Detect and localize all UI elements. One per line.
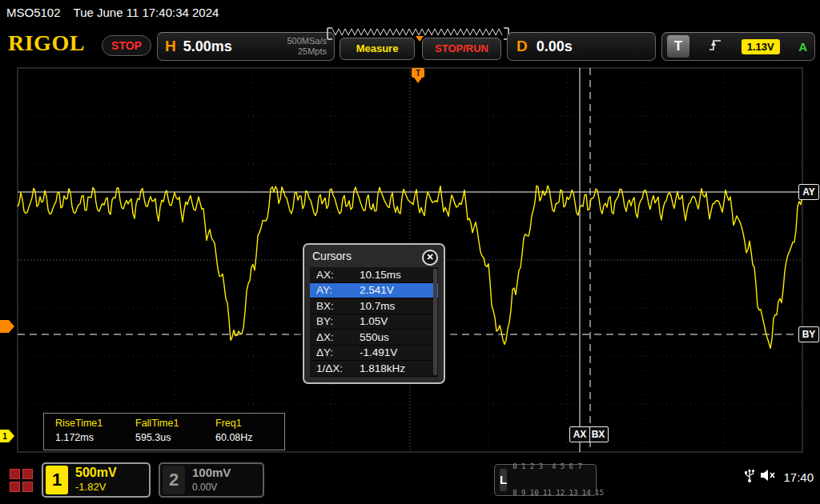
- cursor-row[interactable]: ΔY:-1.491V: [310, 346, 438, 362]
- digital-channels-panel[interactable]: L 0 1 2 3 4 5 6 7 8 9 10 11 12 13 14 15: [494, 464, 597, 496]
- t-label: T: [667, 35, 689, 58]
- cursor-row[interactable]: BY:1.05V: [310, 314, 438, 330]
- cursor-row-label: ΔY:: [316, 346, 360, 358]
- measure-button[interactable]: Measure: [340, 38, 415, 60]
- measurement-item: FallTime1 595.3us: [124, 414, 204, 450]
- measurement-value: 595.3us: [135, 432, 204, 443]
- trigger-position-marker[interactable]: T: [412, 68, 424, 83]
- cursor-row-label: 1/ΔX:: [316, 362, 360, 374]
- digital-row-1: 0 1 2 3 4 5 6 7: [512, 462, 604, 471]
- usb-icon: [743, 466, 756, 487]
- memory-depth: 25Mpts: [287, 46, 327, 57]
- overview-wave: [332, 29, 502, 35]
- measurement-item: Freq1 60.08Hz: [204, 414, 284, 450]
- cursor-ay-tag[interactable]: AY: [798, 184, 819, 200]
- datetime: Tue June 11 17:40:34 2024: [74, 6, 219, 19]
- measurement-name: RiseTime1: [55, 418, 124, 429]
- cursor-row-value: 10.15ms: [360, 269, 401, 281]
- speaker-muted-icon[interactable]: [760, 469, 776, 485]
- channel-2-offset: 0.00V: [192, 480, 231, 494]
- cursor-row-value: 550us: [360, 331, 389, 343]
- cursor-row-label: ΔX:: [316, 331, 360, 343]
- cursor-row[interactable]: AX:10.15ms: [310, 267, 438, 283]
- channel-2-scale: 100mV: [192, 466, 231, 480]
- cursor-row-value: 1.818kHz: [360, 362, 405, 374]
- channel-1-offset: -1.82V: [75, 480, 117, 494]
- cursors-dialog: Cursors ✕ AX:10.15ms AY:2.541V BX:10.7ms…: [303, 243, 445, 384]
- trigger-mode-indicator: A: [798, 40, 807, 54]
- trigger-slope-icon: [708, 37, 722, 56]
- measurement-value: 1.172ms: [55, 432, 124, 443]
- measurement-value: 60.08Hz: [215, 432, 284, 443]
- ch1-marker-label: 1: [2, 432, 7, 441]
- waveform-display: T 1 AY BY BX AX Cursors ✕ AX:10.15ms AY:…: [0, 62, 820, 456]
- oscilloscope-ui: MSO5102 Tue June 11 17:40:34 2024 RIGOL …: [0, 0, 820, 504]
- cursor-ax-tag[interactable]: AX: [569, 426, 590, 442]
- trigger-level-badge: 1.13V: [742, 39, 780, 54]
- digital-row-2: 8 9 10 11 12 13 14 15: [512, 489, 604, 498]
- trigger-panel[interactable]: T 1.13V A: [661, 32, 815, 61]
- channel-1-badge: 1: [46, 466, 68, 494]
- cursor-row-value: 1.05V: [360, 315, 388, 327]
- trigger-marker-letter: T: [416, 69, 420, 78]
- channel-2-badge: 2: [163, 466, 185, 494]
- cursor-row-value: 10.7ms: [360, 300, 395, 312]
- cursor-row[interactable]: BX:10.7ms: [310, 298, 438, 314]
- measurement-panel: RiseTime1 1.172ms FallTime1 595.3us Freq…: [43, 413, 285, 450]
- cursor-row-label: AY:: [316, 284, 360, 296]
- cursor-row-value: 2.541V: [360, 284, 394, 296]
- cursor-row-label: AX:: [316, 269, 360, 281]
- digital-label: L: [500, 469, 507, 491]
- timebase-value: 5.00ms: [183, 38, 232, 55]
- sample-rate: 500MSa/s: [287, 36, 327, 46]
- close-icon[interactable]: ✕: [422, 250, 438, 266]
- stop-run-button[interactable]: STOP/RUN: [422, 38, 501, 60]
- cursor-row[interactable]: AY:2.541V: [310, 283, 438, 299]
- trigger-level-marker[interactable]: [0, 320, 14, 333]
- cursor-row[interactable]: 1/ΔX:1.818kHz: [310, 361, 438, 377]
- channel-2-panel[interactable]: 2 100mV 0.00V: [159, 462, 264, 498]
- measurement-name: FallTime1: [135, 418, 204, 429]
- ch1-ground-marker[interactable]: 1: [0, 430, 14, 442]
- acquisition-status-badge: STOP: [102, 35, 151, 56]
- delay-panel[interactable]: D 0.00s: [507, 32, 656, 61]
- cursor-row-label: BX:: [316, 300, 360, 312]
- d-label: D: [517, 38, 528, 55]
- cursor-row-label: BY:: [316, 315, 360, 327]
- h-label: H: [165, 38, 176, 55]
- model-name: MSO5102: [6, 6, 61, 19]
- delay-value: 0.00s: [537, 38, 573, 55]
- cursor-by-tag[interactable]: BY: [798, 326, 819, 342]
- clock: 17:40: [783, 470, 814, 484]
- channel-1-scale: 500mV: [75, 466, 117, 480]
- horizontal-timebase-panel[interactable]: H 5.00ms 500MSa/s 25Mpts: [157, 32, 335, 61]
- cursor-rows: AX:10.15ms AY:2.541V BX:10.7ms BY:1.05V …: [310, 267, 438, 377]
- cursor-bx-tag[interactable]: BX: [588, 426, 609, 442]
- menu-grid-icon[interactable]: [10, 469, 34, 493]
- measurement-item: RiseTime1 1.172ms: [44, 414, 124, 450]
- channel-1-panel[interactable]: 1 500mV -1.82V: [42, 462, 151, 498]
- rigol-logo: RIGOL: [8, 30, 85, 56]
- cursor-row-value: -1.491V: [360, 346, 397, 358]
- status-bar: MSO5102 Tue June 11 17:40:34 2024: [0, 0, 820, 24]
- cursor-row[interactable]: ΔX:550us: [310, 330, 438, 346]
- bottom-bar: 1 500mV -1.82V 2 100mV 0.00V L 0 1 2 3 4…: [0, 456, 820, 504]
- measurement-name: Freq1: [215, 418, 284, 429]
- header-bar: RIGOL STOP H 5.00ms 500MSa/s 25Mpts Meas…: [0, 24, 820, 62]
